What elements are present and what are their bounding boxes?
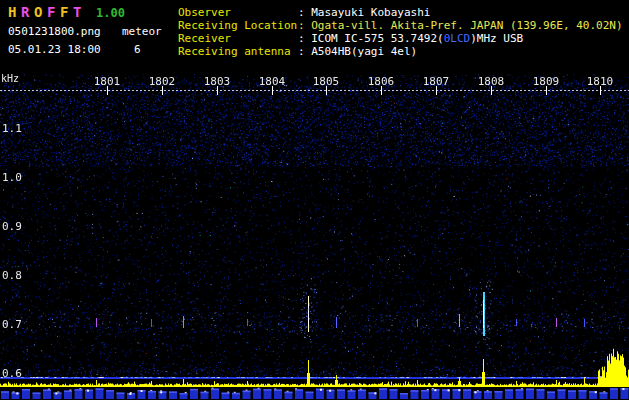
freq-tick-label: 0.9 [2, 221, 22, 232]
time-tick-label: 1801 [94, 76, 121, 87]
info-row: Receiving Location: Ogata-vill. Akita-Pr… [178, 19, 623, 32]
info-value-part: : A504HB(yagi 4el) [298, 45, 417, 58]
app-title-letter: R [21, 4, 34, 20]
app-title-letter: F [47, 4, 60, 20]
freq-tick-label: 0.6 [2, 368, 22, 379]
app-title: HROFFT [8, 4, 86, 20]
info-value-part: )MHz USB [470, 32, 523, 45]
mode-label: meteor [122, 25, 162, 38]
info-value: : Ogata-vill. Akita-Pref. JAPAN (139.96E… [298, 19, 623, 32]
info-label: Receiving Location [178, 19, 298, 32]
info-row: Receiver: ICOM IC-575 53.7492(0LCD)MHz U… [178, 32, 623, 45]
freq-tick-label: 1.1 [2, 123, 22, 134]
header: HROFFT 1.00 0501231800.png meteor 05.01.… [0, 0, 629, 72]
hrofft-screen: HROFFT 1.00 0501231800.png meteor 05.01.… [0, 0, 629, 400]
info-value-part: : Ogata-vill. Akita-Pref. JAPAN (139.96E… [298, 19, 623, 32]
time-tick-label: 1803 [204, 76, 231, 87]
info-value: : Masayuki Kobayashi [298, 6, 430, 19]
info-row: Receiving antenna: A504HB(yagi 4el) [178, 45, 623, 58]
app-title-letter: F [60, 4, 73, 20]
app-title-letter: T [73, 4, 86, 20]
freq-tick-label: 1.0 [2, 172, 22, 183]
time-tick-label: 1805 [313, 76, 340, 87]
freq-tick-label: 0.7 [2, 319, 22, 330]
app-version: 1.00 [96, 6, 125, 20]
info-value-part: 0LCD [444, 32, 471, 45]
filename: 0501231800.png [8, 25, 101, 38]
echo-count: 6 [134, 43, 141, 56]
app-title-letter: O [34, 4, 47, 20]
time-tick-label: 1806 [368, 76, 395, 87]
info-value-part: : Masayuki Kobayashi [298, 6, 430, 19]
info-label: Receiving antenna [178, 45, 298, 58]
time-tick-label: 1808 [478, 76, 505, 87]
datetime: 05.01.23 18:00 [8, 43, 101, 56]
freq-unit-label: kHz [1, 73, 19, 84]
app-title-letter: H [8, 4, 21, 20]
time-tick-label: 1809 [533, 76, 560, 87]
time-tick-label: 1807 [423, 76, 450, 87]
time-tick-label: 1802 [149, 76, 176, 87]
info-value-part: : ICOM IC-575 53.7492( [298, 32, 444, 45]
info-value: : A504HB(yagi 4el) [298, 45, 417, 58]
time-tick-label: 1810 [587, 76, 614, 87]
time-tick-label: 1804 [259, 76, 286, 87]
info-label: Observer [178, 6, 298, 19]
info-row: Observer: Masayuki Kobayashi [178, 6, 623, 19]
info-label: Receiver [178, 32, 298, 45]
receiver-info: Observer: Masayuki KobayashiReceiving Lo… [178, 6, 623, 58]
freq-tick-label: 0.8 [2, 270, 22, 281]
info-value: : ICOM IC-575 53.7492(0LCD)MHz USB [298, 32, 523, 45]
